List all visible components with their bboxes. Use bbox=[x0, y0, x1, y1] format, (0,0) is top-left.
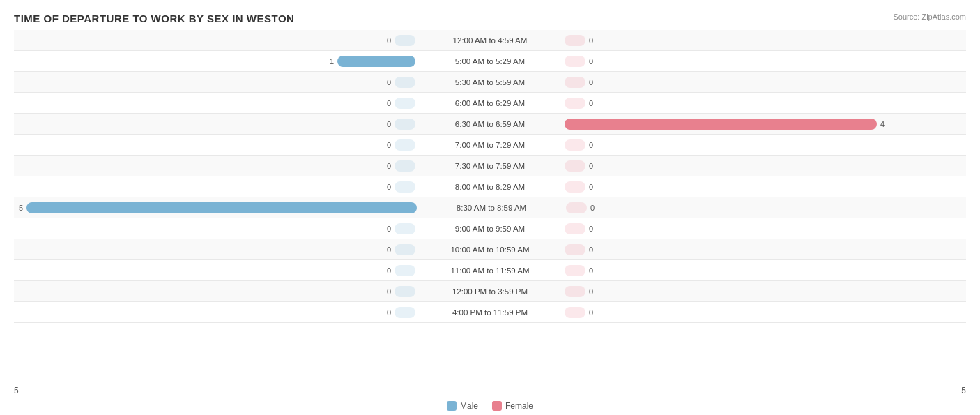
female-value: 0 bbox=[585, 57, 598, 66]
female-bar bbox=[565, 244, 585, 255]
time-label: 6:00 AM to 6:29 AM bbox=[418, 99, 562, 107]
legend-male: Male bbox=[447, 401, 478, 411]
male-value: 0 bbox=[382, 287, 395, 296]
female-side: 0 bbox=[562, 98, 966, 109]
source-label: Source: ZipAtlas.com bbox=[893, 13, 966, 21]
male-side: 0 bbox=[14, 223, 418, 234]
female-value: 0 bbox=[585, 78, 598, 86]
time-label: 6:30 AM to 6:59 AM bbox=[418, 120, 562, 128]
male-value: 0 bbox=[382, 246, 395, 254]
time-label: 9:00 AM to 9:59 AM bbox=[418, 225, 562, 233]
axis-left-label: 5 bbox=[14, 386, 19, 395]
male-value: 1 bbox=[325, 57, 337, 66]
table-row: 0 10:00 AM to 10:59 AM 0 bbox=[14, 239, 966, 260]
male-value: 0 bbox=[382, 99, 395, 107]
time-label: 8:00 AM to 8:29 AM bbox=[418, 183, 562, 191]
female-value: 0 bbox=[585, 308, 598, 317]
chart-title: TIME OF DEPARTURE TO WORK BY SEX IN WEST… bbox=[14, 13, 966, 24]
female-side: 0 bbox=[562, 223, 966, 234]
female-bar bbox=[565, 223, 585, 234]
female-side: 0 bbox=[562, 35, 966, 46]
time-label: 5:30 AM to 5:59 AM bbox=[418, 78, 562, 86]
male-bar bbox=[337, 56, 415, 67]
female-side: 0 bbox=[562, 139, 966, 151]
male-bar bbox=[395, 160, 415, 172]
legend: Male Female bbox=[447, 401, 533, 411]
female-value: 0 bbox=[585, 287, 598, 296]
female-bar bbox=[565, 181, 585, 193]
legend-male-label: Male bbox=[460, 401, 478, 411]
female-bar bbox=[566, 202, 587, 213]
male-bar bbox=[395, 77, 415, 88]
time-label: 10:00 AM to 10:59 AM bbox=[418, 246, 562, 254]
male-value: 0 bbox=[382, 225, 395, 233]
table-row: 0 4:00 PM to 11:59 PM 0 bbox=[14, 302, 966, 323]
female-value: 0 bbox=[585, 99, 598, 107]
table-row: 0 5:30 AM to 5:59 AM 0 bbox=[14, 72, 966, 93]
table-row: 0 9:00 AM to 9:59 AM 0 bbox=[14, 218, 966, 239]
female-side: 0 bbox=[563, 202, 966, 213]
male-bar bbox=[395, 98, 415, 109]
table-row: 0 6:30 AM to 6:59 AM 4 bbox=[14, 114, 966, 135]
female-value: 0 bbox=[585, 162, 598, 170]
male-value: 0 bbox=[382, 36, 395, 45]
female-value: 0 bbox=[585, 246, 598, 254]
male-value: 0 bbox=[382, 120, 395, 128]
female-value: 0 bbox=[585, 225, 598, 233]
axis-right-label: 5 bbox=[961, 386, 966, 395]
male-bar bbox=[395, 286, 415, 297]
table-row: 0 12:00 AM to 4:59 AM 0 bbox=[14, 30, 966, 51]
male-side: 0 bbox=[14, 98, 418, 109]
male-side: 5 bbox=[14, 202, 420, 213]
legend-female-box bbox=[492, 401, 502, 411]
male-bar bbox=[26, 202, 417, 213]
table-row: 5 8:30 AM to 8:59 AM 0 bbox=[14, 197, 966, 218]
female-bar bbox=[565, 160, 585, 172]
male-value: 0 bbox=[382, 78, 395, 86]
male-side: 0 bbox=[14, 160, 418, 172]
male-side: 0 bbox=[14, 244, 418, 255]
female-side: 0 bbox=[562, 244, 966, 255]
table-row: 0 12:00 PM to 3:59 PM 0 bbox=[14, 281, 966, 302]
male-bar bbox=[395, 139, 415, 151]
male-bar bbox=[395, 265, 415, 276]
time-label: 4:00 PM to 11:59 PM bbox=[418, 308, 562, 317]
male-bar bbox=[395, 307, 415, 318]
male-side: 0 bbox=[14, 119, 418, 130]
male-value: 0 bbox=[382, 162, 395, 170]
male-bar bbox=[395, 181, 415, 193]
rows-container: 0 12:00 AM to 4:59 AM 0 1 5:00 AM to 5:2… bbox=[14, 30, 966, 323]
female-side: 0 bbox=[562, 56, 966, 67]
male-side: 0 bbox=[14, 307, 418, 318]
time-label: 11:00 AM to 11:59 AM bbox=[418, 266, 562, 275]
female-side: 0 bbox=[562, 77, 966, 88]
female-bar bbox=[565, 77, 585, 88]
male-side: 0 bbox=[14, 265, 418, 276]
male-side: 1 bbox=[14, 56, 418, 67]
female-value: 0 bbox=[587, 204, 599, 212]
female-bar bbox=[565, 286, 585, 297]
male-side: 0 bbox=[14, 139, 418, 151]
time-label: 12:00 PM to 3:59 PM bbox=[418, 287, 562, 296]
female-bar bbox=[565, 119, 877, 130]
legend-female: Female bbox=[492, 401, 533, 411]
female-bar bbox=[565, 56, 585, 67]
table-row: 0 7:00 AM to 7:29 AM 0 bbox=[14, 135, 966, 156]
male-bar bbox=[395, 119, 415, 130]
table-row: 1 5:00 AM to 5:29 AM 0 bbox=[14, 51, 966, 72]
male-bar bbox=[395, 35, 415, 46]
table-row: 0 8:00 AM to 8:29 AM 0 bbox=[14, 176, 966, 197]
male-side: 0 bbox=[14, 77, 418, 88]
male-value: 0 bbox=[382, 308, 395, 317]
chart-container: TIME OF DEPARTURE TO WORK BY SEX IN WEST… bbox=[0, 0, 980, 415]
female-side: 4 bbox=[562, 119, 966, 130]
axis-bottom: 5 5 bbox=[0, 386, 980, 395]
table-row: 0 7:30 AM to 7:59 AM 0 bbox=[14, 156, 966, 176]
female-value: 0 bbox=[585, 141, 598, 149]
female-bar bbox=[565, 35, 585, 46]
female-side: 0 bbox=[562, 307, 966, 318]
time-label: 7:30 AM to 7:59 AM bbox=[418, 162, 562, 170]
male-side: 0 bbox=[14, 181, 418, 193]
male-value: 5 bbox=[14, 204, 26, 212]
male-value: 0 bbox=[382, 266, 395, 275]
